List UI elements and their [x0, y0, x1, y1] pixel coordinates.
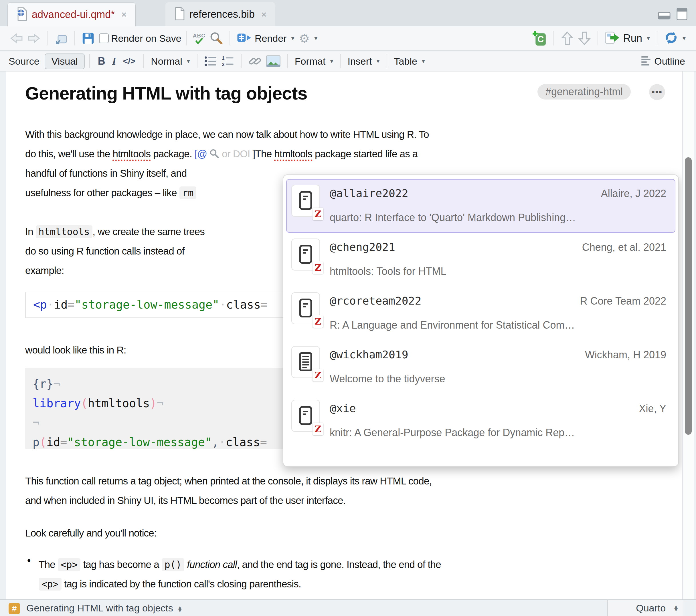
render-button[interactable]: Render ▾ [237, 32, 295, 44]
page-title: Generating HTML with tag objects [25, 83, 307, 103]
tab-references-bib[interactable]: references.bib × [165, 2, 275, 26]
separator [287, 54, 288, 68]
separator [230, 31, 230, 46]
code-button[interactable]: </> [123, 56, 136, 66]
paragraph-line: would look like this in R: [25, 340, 126, 360]
citation-item-cheng2021[interactable]: Z @cheng2021 Cheng, et al. 2021 htmltool… [286, 233, 675, 287]
chevron-down-icon: ▾ [330, 58, 333, 65]
citation-completion-popup: Z @allaire2022 Allaire, J 2022 quarto: R… [283, 175, 679, 467]
render-settings-button[interactable]: ⚙ ▾ [299, 31, 317, 46]
scrollbar-thumb[interactable] [685, 157, 692, 435]
separator [386, 54, 387, 68]
source-refresh-icon [664, 31, 678, 46]
reference-type-icon: Z [291, 400, 320, 432]
image-icon[interactable] [266, 55, 281, 67]
reference-type-icon: Z [291, 292, 320, 324]
bulleted-list-icon[interactable] [204, 55, 217, 67]
visual-mode-button[interactable]: Visual [45, 53, 85, 69]
save-icon[interactable] [82, 32, 94, 45]
file-icon [174, 7, 185, 21]
source-button[interactable]: ▾ [664, 31, 686, 46]
citation-item-rcoreteam2022[interactable]: Z @rcoreteam2022 R Core Team 2022 R: A L… [286, 287, 675, 340]
inline-code: rm [179, 187, 196, 199]
paragraph-style-dropdown[interactable]: Normal ▾ [151, 56, 190, 67]
spellcheck-word: htmltools [274, 148, 312, 161]
render-on-save-checkbox[interactable] [99, 33, 109, 43]
visual-editor-format-bar: Source Visual B I </> Normal ▾ 12 Format… [0, 51, 696, 71]
list-item-line: The <p> tag has become a p() function ca… [38, 555, 441, 574]
separator [47, 31, 48, 46]
separator [89, 54, 90, 68]
separator [553, 31, 554, 46]
render-on-save-label: Render on Save [111, 33, 181, 44]
source-mode-button[interactable]: Source [9, 56, 39, 67]
inline-code: <p> [38, 578, 62, 590]
format-menu[interactable]: Format ▾ [295, 56, 333, 67]
bold-button[interactable]: B [98, 55, 105, 67]
outline-button[interactable]: Outline [640, 56, 685, 67]
insert-menu[interactable]: Insert ▾ [347, 56, 379, 67]
spellcheck-icon[interactable]: ABC [193, 33, 205, 44]
reference-type-icon: Z [291, 346, 320, 378]
chunk-up-icon[interactable] [561, 31, 573, 46]
close-icon[interactable]: × [121, 9, 127, 20]
separator [75, 31, 75, 46]
svg-text:C: C [537, 34, 544, 44]
citation-item-wickham2019[interactable]: Z @wickham2019 Wickham, H 2019 Welcome t… [286, 340, 675, 394]
editor-tab-bar: advanced-ui.qmd* × references.bib × [0, 0, 696, 27]
inline-code: p() [162, 558, 185, 571]
back-icon[interactable] [10, 33, 23, 44]
table-menu[interactable]: Table ▾ [394, 56, 425, 67]
visual-editor-canvas[interactable]: Generating HTML with tag objects #genera… [6, 71, 683, 599]
outline-icon [640, 56, 651, 67]
italic-button[interactable]: I [112, 55, 116, 67]
citation-title: quarto: R Interface to 'Quarto' Markdown… [330, 212, 576, 224]
inline-code: htmltools [36, 225, 93, 238]
chevron-down-icon: ▾ [187, 58, 190, 65]
section-anchor-badge[interactable]: #generating-html [537, 84, 631, 99]
paragraph-line: usefulness for other packages – like rm [25, 183, 196, 202]
tab-advanced-ui-qmd[interactable]: advanced-ui.qmd* × [7, 2, 136, 26]
citation-author-year: Allaire, J 2022 [601, 188, 666, 200]
chevron-down-icon: ▾ [422, 58, 425, 65]
popout-window-icon[interactable] [54, 32, 67, 45]
separator [340, 54, 341, 68]
up-down-icon: ▲▼ [177, 606, 183, 612]
search-icon [209, 148, 219, 159]
chunk-down-icon[interactable] [578, 31, 591, 46]
zotero-badge: Z [313, 423, 323, 435]
tab-title: advanced-ui.qmd* [32, 9, 115, 21]
section-options-button[interactable]: ••• [649, 84, 665, 100]
citation-key: @wickham2019 [330, 348, 408, 361]
spellcheck-word: htmltools [112, 148, 151, 161]
forward-icon[interactable] [28, 33, 40, 44]
close-icon[interactable]: × [261, 9, 267, 20]
citation-title: R: A Language and Environment for Statis… [330, 319, 575, 331]
paragraph-line: handful of functions in Shiny itself, an… [25, 164, 187, 183]
maximize-pane-icon[interactable] [675, 7, 689, 22]
numbered-list-icon[interactable]: 12 [222, 55, 234, 67]
document-mode-selector[interactable]: Quarto▲▼ [607, 600, 683, 616]
citation-title: knitr: A General-Purpose Package for Dyn… [330, 427, 575, 439]
section-navigator[interactable]: Generating HTML with tag objects▲▼ [26, 600, 183, 616]
citation-key: @allaire2022 [330, 187, 408, 200]
citation-placeholder: or DOI [222, 148, 250, 159]
insert-chunk-button[interactable]: C [532, 30, 547, 46]
up-down-icon: ▲▼ [673, 605, 679, 611]
run-button[interactable]: Run ▾ [605, 31, 650, 46]
search-icon[interactable] [209, 32, 223, 45]
reference-type-icon: Z [291, 185, 320, 217]
svg-text:2: 2 [222, 62, 224, 67]
link-icon[interactable] [249, 55, 262, 67]
vertical-scrollbar[interactable] [682, 71, 694, 599]
render-icon [237, 32, 252, 44]
citation-item-allaire2022[interactable]: Z @allaire2022 Allaire, J 2022 quarto: R… [286, 179, 675, 233]
separator [197, 54, 197, 68]
section-hash-icon: # [9, 603, 20, 614]
paragraph-line: do so using R function calls instead of [25, 241, 184, 261]
citation-title: Welcome to the tidyverse [330, 373, 445, 385]
minimize-pane-icon[interactable] [658, 7, 671, 22]
citation-item-xie[interactable]: Z @xie Xie, Y knitr: A General-Purpose P… [286, 394, 675, 448]
zotero-badge: Z [313, 369, 323, 382]
bullet-marker: • [27, 555, 31, 566]
